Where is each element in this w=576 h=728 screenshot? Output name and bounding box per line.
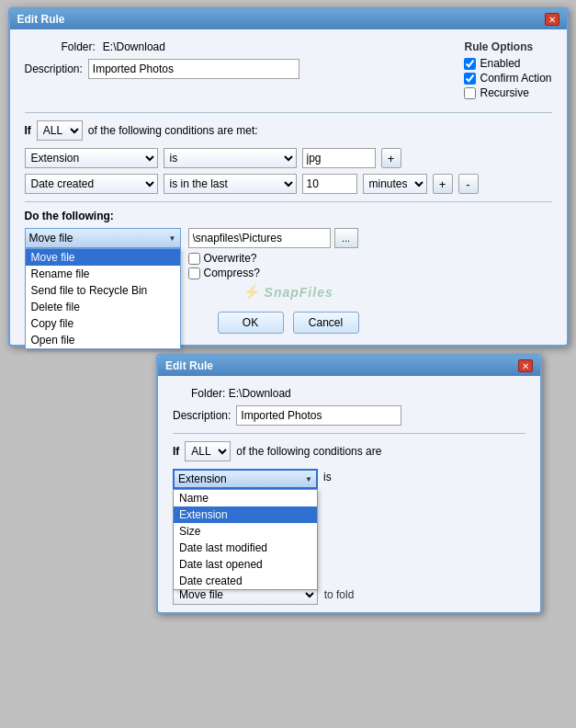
dialog2-option-date-opened[interactable]: Date last opened — [174, 556, 317, 573]
rule-options-group: Rule Options Enabled Confirm Action Recu… — [464, 40, 551, 99]
confirm-action-label: Confirm Action — [480, 72, 551, 85]
cancel-button[interactable]: Cancel — [293, 312, 359, 334]
overwrite-label: Overwrite? — [204, 252, 257, 265]
description-label: Description: — [25, 63, 83, 75]
cond2-remove-button[interactable]: - — [458, 174, 479, 194]
dialog1-title-bar: Edit Rule ✕ — [10, 9, 567, 29]
dialog2-dropdown-value: Extension — [178, 472, 227, 485]
action-option-open[interactable]: Open file — [26, 332, 180, 348]
dialog1-title: Edit Rule — [17, 13, 65, 26]
dialog2-option-size[interactable]: Size — [174, 523, 317, 540]
recursive-row: Recursive — [464, 86, 551, 99]
all-select[interactable]: ALL ANY — [37, 120, 83, 141]
dialog2-folder-path: E:\Download — [229, 387, 291, 400]
confirm-action-checkbox[interactable] — [464, 73, 476, 85]
action-dropdown-container: Move file ▼ Move file Rename file Send f… — [25, 228, 181, 248]
enabled-label: Enabled — [480, 57, 520, 70]
cond1-add-button[interactable]: + — [381, 148, 401, 168]
compress-checkbox[interactable] — [188, 267, 200, 279]
action-option-rename[interactable]: Rename file — [26, 266, 180, 282]
recursive-label: Recursive — [480, 86, 528, 99]
separator-1 — [25, 112, 552, 113]
snap-icon: ⚡ — [243, 283, 261, 301]
compress-label: Compress? — [204, 267, 260, 279]
rule-options-title: Rule Options — [464, 40, 551, 53]
dialog2-dropdown-trigger[interactable]: Extension ▼ — [173, 469, 318, 489]
dialog2-description-input[interactable] — [236, 405, 401, 426]
dialog2-option-date-modified[interactable]: Date last modified — [174, 540, 317, 556]
dialog2-folder-row: Folder: E:\Download — [173, 387, 525, 400]
if-row: If ALL ANY of the following conditions a… — [25, 120, 552, 141]
compress-row: Compress? — [188, 267, 552, 279]
cond2-add-button[interactable]: + — [433, 174, 453, 194]
enabled-checkbox[interactable] — [464, 58, 476, 70]
confirm-action-row: Confirm Action — [464, 72, 551, 85]
ok-button[interactable]: OK — [218, 312, 284, 334]
do-right-section: ... Overwrite? Compress? — [188, 228, 552, 279]
dialog2-separator — [173, 433, 525, 434]
action-option-recycle[interactable]: Send file to Recycle Bin — [26, 282, 180, 299]
action-dropdown-trigger[interactable]: Move file ▼ — [25, 228, 181, 248]
conditions-label: of the following conditions are met: — [88, 124, 258, 137]
dialog1-top-section: Folder: E:\Download Description: Rule Op… — [25, 40, 552, 105]
description-input[interactable] — [88, 59, 299, 79]
dropdown-arrow-icon: ▼ — [169, 234, 176, 243]
folder-row: Folder: E:\Download — [25, 40, 465, 53]
overwrite-row: Overwrite? — [188, 252, 552, 265]
dialog2-right: is — [323, 469, 332, 483]
dialog2-close-button[interactable]: ✕ — [518, 359, 533, 372]
dialog2-is-label: is — [323, 471, 332, 483]
dialog2-cond-row: Extension ▼ Name Extension Size Date las… — [173, 469, 525, 489]
action-dropdown-list: Move file Rename file Send file to Recyc… — [25, 248, 181, 349]
condition-row-1: Extension Name Size Date last modified D… — [25, 148, 552, 168]
dialog2-if-label: If — [173, 445, 179, 458]
condition-row-2: Date created Name Extension Size Date la… — [25, 174, 552, 194]
desc-row: Description: — [25, 59, 465, 79]
dialog2-desc-row: Description: — [173, 405, 525, 426]
action-option-copy[interactable]: Copy file — [26, 315, 180, 332]
cond1-type-select[interactable]: Extension Name Size Date last modified D… — [25, 148, 158, 168]
dialog2-body: Folder: E:\Download Description: If ALL … — [158, 376, 540, 612]
dialog2-option-name[interactable]: Name — [174, 490, 317, 506]
folder-label: Folder: — [62, 40, 96, 53]
edit-rule-dialog-2: Edit Rule ✕ Folder: E:\Download Descript… — [156, 354, 542, 614]
dialog1-close-button[interactable]: ✕ — [545, 13, 559, 26]
do-row: Move file ▼ Move file Rename file Send f… — [25, 228, 552, 279]
recursive-checkbox[interactable] — [464, 87, 476, 99]
dialog2-folder-label: Folder: — [191, 387, 225, 400]
overwrite-checkbox[interactable] — [188, 253, 200, 265]
cond1-value-input[interactable] — [302, 148, 376, 168]
path-input[interactable] — [188, 228, 331, 248]
enabled-row: Enabled — [464, 57, 551, 70]
dialog2-conditions-label: of the following conditions are — [236, 445, 381, 458]
dialog2-option-extension[interactable]: Extension — [174, 506, 317, 523]
action-option-move[interactable]: Move file — [26, 249, 180, 266]
dialog2-to-folder-label: to fold — [324, 588, 355, 601]
separator-2 — [25, 201, 552, 202]
dialog2-if-row: If ALL ANY of the following conditions a… — [173, 441, 525, 461]
overwrite-group: Overwrite? Compress? — [188, 252, 552, 279]
cond1-operator-select[interactable]: is is not contains — [164, 148, 297, 168]
cond2-operator-select[interactable]: is in the last is not in the last is bef… — [164, 174, 297, 194]
dialog2-dropdown-arrow-icon: ▼ — [305, 475, 312, 483]
path-row: ... — [188, 228, 552, 248]
dialog2-all-select[interactable]: ALL ANY — [185, 441, 231, 461]
cond2-unit-select[interactable]: minutes hours days weeks — [363, 174, 427, 194]
do-label: Do the following: — [25, 210, 552, 222]
dialog2-title-bar: Edit Rule ✕ — [158, 356, 540, 376]
action-dropdown-value: Move file — [29, 232, 73, 245]
cond2-number-input[interactable] — [302, 174, 357, 194]
action-option-delete[interactable]: Delete file — [26, 299, 180, 315]
dialog2-dropdown-list: Name Extension Size Date last modified D… — [173, 489, 318, 590]
folder-path: E:\Download — [103, 40, 165, 53]
dialog2-dropdown-container: Extension ▼ Name Extension Size Date las… — [173, 469, 318, 489]
browse-button[interactable]: ... — [334, 228, 358, 248]
if-label: If — [25, 124, 31, 137]
dialog2-description-label: Description: — [173, 409, 231, 422]
dialog1-body: Folder: E:\Download Description: Rule Op… — [10, 29, 567, 345]
watermark-text: SnapFiles — [265, 285, 333, 300]
dialog2-option-date-created[interactable]: Date created — [174, 573, 317, 589]
edit-rule-dialog-1: Edit Rule ✕ Folder: E:\Download Descript… — [8, 7, 569, 347]
cond2-type-select[interactable]: Date created Name Extension Size Date la… — [25, 174, 158, 194]
dialog2-title: Edit Rule — [165, 359, 213, 372]
